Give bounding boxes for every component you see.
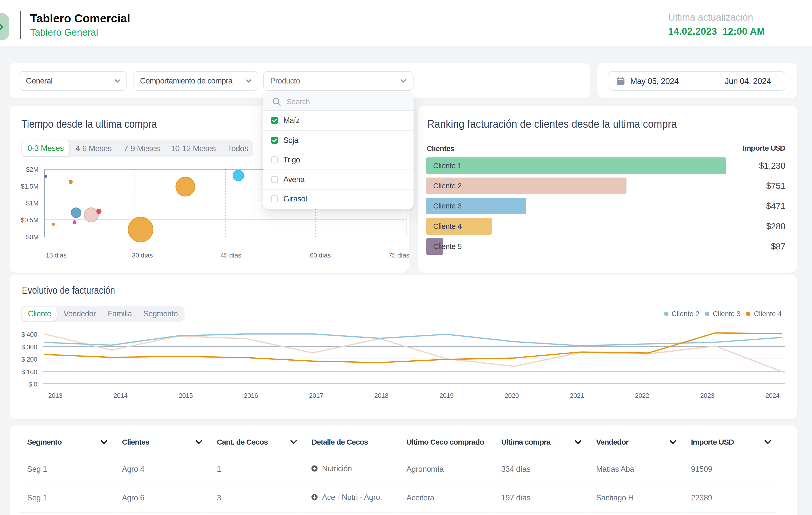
svg-text:2019: 2019 bbox=[439, 392, 454, 399]
svg-text:$ 100: $ 100 bbox=[21, 368, 37, 376]
svg-text:2015: 2015 bbox=[179, 392, 193, 399]
svg-text:$ 0: $ 0 bbox=[28, 380, 37, 388]
svg-text:$ 400: $ 400 bbox=[21, 331, 37, 338]
svg-text:2020: 2020 bbox=[504, 392, 519, 399]
svg-text:60 días: 60 días bbox=[310, 252, 331, 259]
svg-text:$0M: $0M bbox=[26, 233, 38, 241]
svg-text:75 días: 75 días bbox=[389, 252, 409, 259]
svg-text:15 días: 15 días bbox=[46, 252, 67, 259]
svg-text:2014: 2014 bbox=[113, 392, 127, 399]
svg-text:$2M: $2M bbox=[26, 166, 38, 173]
svg-text:2024: 2024 bbox=[765, 392, 780, 399]
svg-text:2013: 2013 bbox=[48, 392, 62, 399]
svg-text:$0.5M: $0.5M bbox=[21, 216, 38, 224]
svg-text:$1.5M: $1.5M bbox=[21, 182, 38, 190]
svg-text:2016: 2016 bbox=[244, 392, 258, 399]
svg-text:$1M: $1M bbox=[26, 199, 38, 207]
svg-text:2023: 2023 bbox=[700, 392, 714, 399]
svg-text:$ 200: $ 200 bbox=[21, 355, 37, 363]
svg-text:2018: 2018 bbox=[374, 392, 388, 399]
svg-text:2017: 2017 bbox=[309, 392, 323, 399]
svg-text:$ 300: $ 300 bbox=[21, 343, 37, 351]
svg-text:45 días: 45 días bbox=[221, 252, 241, 259]
svg-text:30 días: 30 días bbox=[132, 252, 153, 259]
svg-text:2022: 2022 bbox=[635, 392, 649, 399]
svg-text:2021: 2021 bbox=[570, 392, 584, 399]
